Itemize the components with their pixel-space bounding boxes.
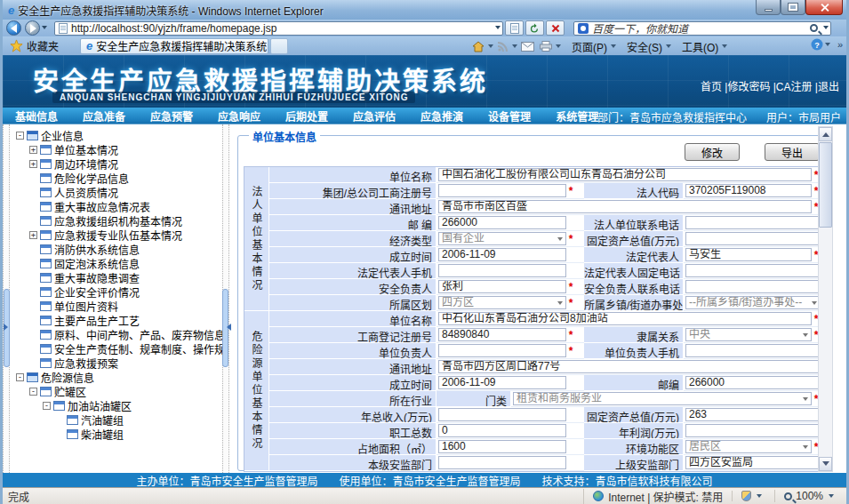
more-commands-chevron[interactable]: » (837, 39, 843, 50)
form-input[interactable] (685, 216, 821, 229)
tree-toggle-icon[interactable]: + (29, 231, 37, 239)
safety-dropdown2-icon[interactable] (757, 494, 762, 500)
form-input[interactable]: 中石化山东青岛石油分公司8加油站 (438, 312, 812, 325)
close-button[interactable] (805, 0, 843, 15)
form-input[interactable] (685, 232, 821, 245)
favorites-label[interactable]: 收藏夹 (27, 38, 59, 53)
favorites-star-icon[interactable] (10, 39, 23, 52)
history-dropdown-icon[interactable] (42, 26, 47, 32)
form-input[interactable]: 1600 (438, 440, 566, 453)
tree-toggle-icon[interactable]: - (29, 388, 37, 396)
menu-item-4[interactable]: 后期处置 (273, 108, 340, 124)
tree-toggle-icon[interactable]: - (16, 373, 24, 381)
export-button[interactable]: 导出 (765, 143, 820, 161)
menu-item-1[interactable]: 应急准备 (70, 108, 138, 124)
quick-link-2[interactable]: CA注册 (776, 81, 813, 93)
safety-dropdown-icon[interactable] (666, 44, 671, 51)
tree-item[interactable]: 应急救援组织机构基本情况 (11, 213, 222, 228)
menu-item-3[interactable]: 应急响应 (205, 108, 273, 124)
form-input[interactable]: 张利 (438, 280, 566, 293)
search-input[interactable]: 百度一下，你就知道 (592, 20, 810, 36)
form-select[interactable]: 四方区 (438, 296, 566, 309)
address-bar[interactable]: http://localhost:90/yjzh/frame/homepage.… (54, 21, 503, 36)
form-input[interactable] (438, 344, 566, 357)
form-select[interactable]: 国有企业 (438, 232, 566, 245)
form-input[interactable]: 青岛市市南区百盛 (438, 200, 812, 213)
form-input[interactable] (438, 456, 566, 469)
tree-item[interactable]: 单位图片资料 (11, 299, 222, 313)
form-input[interactable]: 266000 (438, 216, 566, 229)
tree-item[interactable]: 主要产品生产工艺 (11, 313, 222, 327)
tree-item[interactable]: +周边环境情况 (11, 156, 222, 171)
page-dropdown-icon[interactable] (611, 44, 616, 51)
print-icon[interactable] (540, 41, 552, 52)
tree-item[interactable]: 重大事故应急情况表 (11, 199, 222, 213)
left-splitter[interactable] (3, 124, 10, 473)
feeds-dropdown-icon[interactable] (512, 44, 517, 51)
active-tab[interactable]: e 安全生产应急救援指挥辅助决策系统 (80, 38, 268, 54)
form-input[interactable] (685, 344, 821, 357)
scroll-down-button[interactable] (819, 457, 832, 471)
tree-item[interactable]: 应急救援预案 (11, 356, 222, 370)
safety-report[interactable] (732, 491, 774, 501)
menu-item-7[interactable]: 设备管理 (476, 108, 543, 124)
tree-toggle-icon[interactable]: + (29, 146, 37, 154)
form-input[interactable]: 青岛市四方区周口路77号 (438, 360, 821, 373)
page-menu[interactable]: 页面(P) (572, 39, 607, 54)
maximize-button[interactable] (781, 0, 805, 15)
left-splitter-handle[interactable] (4, 289, 10, 367)
tools-dropdown-icon[interactable] (722, 44, 727, 51)
minimize-button[interactable] (756, 0, 781, 15)
tree-item[interactable]: 柴油罐组 (11, 427, 222, 441)
scroll-up-button[interactable] (819, 127, 832, 141)
feeds-icon[interactable] (497, 41, 509, 52)
form-input[interactable] (685, 280, 821, 293)
search-icon[interactable] (810, 24, 818, 32)
tree-item[interactable]: -贮罐区 (11, 384, 222, 398)
tree-item[interactable]: 重大事故隐患调查 (11, 270, 222, 284)
tree-item[interactable]: -危险源信息 (11, 370, 222, 384)
tree-splitter[interactable] (222, 124, 229, 473)
zoom-dropdown-icon[interactable] (829, 494, 834, 500)
content-scrollbar[interactable] (818, 126, 833, 472)
home-icon[interactable] (472, 41, 485, 52)
form-input[interactable] (438, 264, 566, 277)
form-select[interactable]: --所属乡镇/街道办事处-- (685, 296, 821, 309)
tree-splitter-handle[interactable] (222, 289, 228, 367)
help-icon[interactable]: ? (811, 38, 823, 51)
refresh-button[interactable] (525, 20, 544, 36)
tree-toggle-icon[interactable]: - (16, 132, 24, 140)
back-button[interactable] (6, 20, 21, 36)
tree-item[interactable]: +单位基本情况 (11, 142, 222, 156)
tree-item[interactable]: -加油站油罐区 (11, 398, 222, 412)
form-input[interactable] (438, 184, 566, 197)
tree-toggle-icon[interactable]: + (29, 160, 37, 168)
home-dropdown-icon[interactable] (488, 44, 493, 51)
tools-menu[interactable]: 工具(O) (682, 39, 718, 54)
quick-link-1[interactable]: 修改密码 (727, 81, 770, 93)
form-input[interactable]: 84890840 (438, 328, 566, 341)
stop-button[interactable] (546, 20, 565, 36)
modify-button[interactable]: 修改 (685, 143, 740, 161)
form-input[interactable]: 0 (438, 424, 566, 437)
form-input[interactable] (438, 408, 566, 421)
form-input[interactable]: 263 (685, 408, 821, 421)
mail-icon[interactable] (521, 42, 534, 52)
menu-item-6[interactable]: 应急推演 (408, 108, 476, 124)
form-select[interactable]: 租赁和商务服务业 (513, 392, 812, 405)
form-input[interactable]: 266000 (685, 376, 821, 389)
safety-menu[interactable]: 安全(S) (627, 39, 662, 54)
form-input[interactable]: 2006-11-09 (438, 248, 566, 261)
help-dropdown-icon[interactable] (825, 43, 830, 49)
quick-link-3[interactable]: 退出 (818, 81, 839, 93)
tree-item[interactable]: 消防供水系统信息 (11, 242, 222, 256)
menu-item-5[interactable]: 应急评估 (340, 108, 408, 124)
search-dropdown-icon[interactable] (823, 26, 829, 32)
quick-link-0[interactable]: 首页 (701, 81, 722, 93)
form-input[interactable]: 马安生 (685, 248, 812, 261)
form-input[interactable]: 四方区安监局 (685, 456, 821, 469)
scrollbar-thumb[interactable] (819, 142, 832, 228)
address-url[interactable]: http://localhost:90/yjzh/frame/homepage.… (71, 22, 493, 35)
tree-item[interactable]: 固定泡沫系统信息 (11, 256, 222, 270)
tree-item[interactable]: 危险化学品信息 (11, 171, 222, 185)
